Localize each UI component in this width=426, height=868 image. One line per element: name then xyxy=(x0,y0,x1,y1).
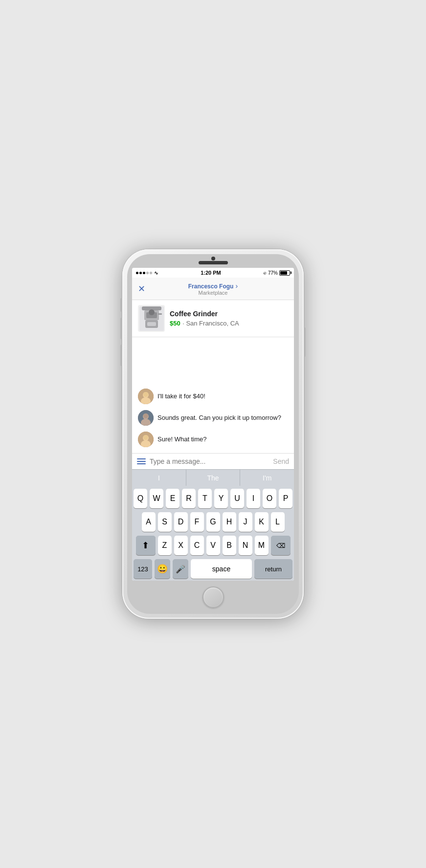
message-bubble-1: I'll take it for $40! xyxy=(157,392,205,401)
chevron-icon: › xyxy=(236,282,238,290)
predictive-text-bar: I The I'm xyxy=(132,469,294,486)
svg-rect-7 xyxy=(139,306,164,331)
status-time: 1:20 PM xyxy=(201,270,221,276)
header-subtitle: Marketplace xyxy=(188,290,238,296)
key-v[interactable]: V xyxy=(206,536,220,555)
chat-header: ✕ Francesco Fogu › Marketplace xyxy=(132,278,294,300)
wifi-icon: ∿ xyxy=(154,270,158,276)
key-e[interactable]: E xyxy=(166,489,179,508)
key-g[interactable]: G xyxy=(206,512,220,532)
bluetooth-icon: ℮ xyxy=(264,270,267,276)
key-t[interactable]: T xyxy=(198,489,212,508)
key-h[interactable]: H xyxy=(223,512,236,532)
volume-down-button[interactable] xyxy=(120,345,122,366)
product-price: $50 xyxy=(170,320,180,327)
menu-icon[interactable] xyxy=(137,458,146,464)
message-row: Sounds great. Can you pick it up tomorro… xyxy=(138,410,288,426)
volume-up-button[interactable] xyxy=(120,318,122,339)
battery-fill xyxy=(280,271,287,275)
message-row: Sure! What time? xyxy=(138,432,288,447)
signal-dot-1 xyxy=(136,272,138,274)
keyboard: Q W E R T Y U I O P A S D F G xyxy=(132,486,294,581)
space-key[interactable]: space xyxy=(191,559,252,579)
message-row: I'll take it for $40! xyxy=(138,389,288,404)
header-title-area: Francesco Fogu › Marketplace xyxy=(188,282,238,296)
signal-dot-3 xyxy=(143,272,145,274)
message-input[interactable] xyxy=(150,457,269,465)
battery-percent: 77% xyxy=(268,270,278,276)
key-s[interactable]: S xyxy=(158,512,172,532)
key-d[interactable]: D xyxy=(174,512,188,532)
emoji-key[interactable]: 😀 xyxy=(155,559,170,579)
key-y[interactable]: Y xyxy=(214,489,228,508)
contact-name[interactable]: Francesco Fogu › xyxy=(188,282,238,290)
message-input-area: Send xyxy=(132,453,294,469)
menu-line-1 xyxy=(137,458,146,459)
backspace-key[interactable]: ⌫ xyxy=(271,536,291,555)
key-x[interactable]: X xyxy=(174,536,188,555)
return-key[interactable]: return xyxy=(254,559,292,579)
screen: ∿ 1:20 PM ℮ 77% ✕ Francesco xyxy=(132,268,294,581)
phone-body: ∿ 1:20 PM ℮ 77% ✕ Francesco xyxy=(127,254,299,614)
key-r[interactable]: R xyxy=(182,489,196,508)
key-n[interactable]: N xyxy=(239,536,252,555)
key-u[interactable]: U xyxy=(230,489,244,508)
key-i[interactable]: I xyxy=(247,489,260,508)
key-w[interactable]: W xyxy=(150,489,163,508)
keyboard-row-2: A S D F G H J K L xyxy=(134,512,292,532)
product-name: Coffee Grinder xyxy=(170,310,288,318)
predict-word-3[interactable]: I'm xyxy=(240,470,294,486)
svg-point-19 xyxy=(143,435,148,440)
menu-line-2 xyxy=(137,461,146,462)
key-o[interactable]: O xyxy=(263,489,276,508)
avatar-seller xyxy=(138,410,154,426)
battery-icon xyxy=(279,270,290,276)
avatar-buyer xyxy=(138,389,154,404)
signal-strength xyxy=(136,272,152,274)
predict-word-1[interactable]: I xyxy=(132,470,186,486)
numbers-key[interactable]: 123 xyxy=(134,559,152,579)
phone-frame: ∿ 1:20 PM ℮ 77% ✕ Francesco xyxy=(122,249,304,619)
key-l[interactable]: L xyxy=(271,512,285,532)
signal-dot-4 xyxy=(146,272,149,274)
home-button[interactable] xyxy=(202,586,224,608)
key-j[interactable]: J xyxy=(239,512,252,532)
product-card[interactable]: Coffee Grinder $50 · San Francisco, CA xyxy=(132,300,294,337)
power-button[interactable] xyxy=(304,327,306,357)
mic-key[interactable]: 🎤 xyxy=(173,559,188,579)
signal-dot-2 xyxy=(139,272,142,274)
avatar-buyer-2 xyxy=(138,432,154,447)
key-b[interactable]: B xyxy=(223,536,236,555)
close-icon: ✕ xyxy=(138,284,145,294)
top-notch xyxy=(127,254,299,263)
key-k[interactable]: K xyxy=(255,512,269,532)
svg-point-11 xyxy=(143,392,148,397)
product-image xyxy=(138,305,165,332)
status-right: ℮ 77% xyxy=(264,270,290,276)
key-f[interactable]: F xyxy=(190,512,204,532)
product-location: · San Francisco, CA xyxy=(182,320,239,327)
svg-point-15 xyxy=(143,413,148,418)
shift-key[interactable]: ⬆ xyxy=(136,536,156,555)
keyboard-row-4: 123 😀 🎤 space return xyxy=(134,559,292,579)
chat-area: I'll take it for $40! Sounds great. Can … xyxy=(132,337,294,453)
close-button[interactable]: ✕ xyxy=(138,283,145,294)
product-image-svg xyxy=(139,306,164,331)
message-bubble-3: Sure! What time? xyxy=(157,435,206,444)
key-a[interactable]: A xyxy=(142,512,156,532)
message-bubble-2: Sounds great. Can you pick it up tomorro… xyxy=(157,413,281,422)
keyboard-row-1: Q W E R T Y U I O P xyxy=(134,489,292,508)
front-camera xyxy=(211,257,215,260)
key-p[interactable]: P xyxy=(279,489,292,508)
key-c[interactable]: C xyxy=(190,536,204,555)
volume-toggle-button[interactable] xyxy=(120,298,122,312)
status-bar: ∿ 1:20 PM ℮ 77% xyxy=(132,268,294,278)
product-info: Coffee Grinder $50 · San Francisco, CA xyxy=(170,310,288,327)
send-button[interactable]: Send xyxy=(273,457,289,465)
key-q[interactable]: Q xyxy=(134,489,147,508)
predict-word-2[interactable]: The xyxy=(186,470,241,486)
key-m[interactable]: M xyxy=(255,536,269,555)
keyboard-row-3: ⬆ Z X C V B N M ⌫ xyxy=(134,536,292,555)
signal-dot-5 xyxy=(150,272,152,274)
key-z[interactable]: Z xyxy=(158,536,172,555)
